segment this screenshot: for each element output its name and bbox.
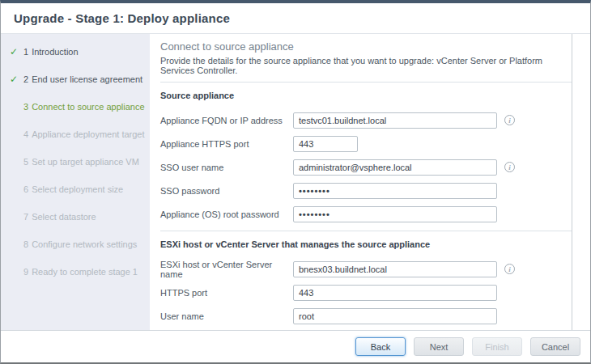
page-description: Provide the details for the source appli… (160, 56, 572, 75)
sidebar-step-datastore: 7 Select datastore (1, 211, 150, 239)
next-button[interactable]: Next (414, 337, 464, 356)
check-icon: ✓ (10, 46, 23, 57)
form-row-appliance-https-port: Appliance HTTPS port (160, 132, 572, 155)
sidebar-step-target-vm: 5 Set up target appliance VM (1, 156, 150, 184)
field-label: ESXi host or vCenter Server name (160, 260, 293, 279)
step-number: 2 (23, 74, 28, 85)
sidebar-step-ready-complete: 9 Ready to complete stage 1 (1, 266, 150, 294)
field-label: SSO password (160, 186, 293, 196)
appliance-fqdn-input[interactable] (293, 112, 497, 129)
section-title-esxi-host: ESXi host or vCenter Server that manages… (160, 239, 572, 249)
step-label: Ready to complete stage 1 (32, 266, 138, 277)
form-row-esxi-name: ESXi host or vCenter Server name i (160, 257, 572, 281)
finish-button: Finish (472, 337, 522, 356)
field-label: Appliance FQDN or IP address (160, 116, 293, 125)
esxi-username-input[interactable] (293, 308, 497, 324)
right-gutter (572, 34, 590, 330)
wizard-content: Connect to source appliance Provide the … (150, 34, 572, 330)
info-icon[interactable]: i (504, 162, 515, 172)
step-label: Introduction (32, 46, 78, 57)
field-label: Appliance HTTPS port (160, 139, 293, 149)
wizard-steps-sidebar: ✓ 1 Introduction ✓ 2 End user license ag… (1, 34, 150, 330)
field-label: SSO user name (160, 163, 293, 172)
info-icon[interactable]: i (504, 115, 515, 125)
step-number: 8 (23, 239, 28, 250)
step-number: 7 (23, 211, 28, 222)
esxi-https-port-input[interactable] (293, 285, 497, 301)
appliance-root-password-input[interactable] (293, 206, 497, 222)
step-label: Appliance deployment target (32, 129, 144, 140)
sidebar-step-connect-source[interactable]: 3 Connect to source appliance (1, 101, 150, 129)
section-title-source-appliance: Source appliance (160, 91, 572, 100)
sidebar-step-introduction[interactable]: ✓ 1 Introduction (1, 46, 150, 74)
form-row-sso-user: SSO user name i (160, 155, 572, 179)
sso-password-input[interactable] (293, 183, 497, 199)
form-row-esxi-username: User name (160, 304, 572, 328)
page-title: Connect to source appliance (160, 40, 572, 53)
appliance-https-port-input[interactable] (293, 136, 358, 152)
title-bar: Upgrade - Stage 1: Deploy appliance (1, 3, 590, 34)
step-label: Configure network settings (32, 239, 137, 250)
field-label: HTTPS port (160, 288, 293, 298)
cancel-button[interactable]: Cancel (530, 337, 580, 356)
step-label: Connect to source appliance (32, 101, 144, 112)
field-label: Appliance (OS) root password (160, 210, 293, 219)
form-row-fqdn: Appliance FQDN or IP address i (160, 108, 572, 132)
step-label: Select datastore (32, 211, 96, 222)
step-label: Select deployment size (32, 184, 123, 195)
sidebar-step-deployment-target: 4 Appliance deployment target (1, 129, 150, 156)
window-title: Upgrade - Stage 1: Deploy appliance (14, 11, 230, 25)
esxi-server-name-input[interactable] (293, 261, 497, 277)
back-button[interactable]: Back (355, 337, 406, 356)
step-number: 5 (23, 156, 28, 167)
step-label: End user license agreement (32, 74, 142, 85)
wizard-footer: Back Next Finish Cancel (1, 330, 590, 362)
wizard-window: Upgrade - Stage 1: Deploy appliance ✓ 1 … (0, 0, 591, 364)
step-number: 1 (23, 46, 28, 57)
step-number: 6 (23, 184, 28, 195)
sidebar-step-eula[interactable]: ✓ 2 End user license agreement (1, 74, 150, 101)
info-icon[interactable]: i (504, 264, 515, 274)
sso-username-input[interactable] (293, 159, 497, 176)
step-number: 4 (23, 129, 28, 140)
form-row-sso-password: SSO password (160, 179, 572, 202)
field-label: User name (160, 311, 293, 321)
sidebar-step-network-settings: 8 Configure network settings (1, 239, 150, 266)
section-divider (160, 231, 572, 231)
section-divider (160, 82, 572, 83)
form-row-os-root-password: Appliance (OS) root password (160, 202, 572, 226)
step-number: 9 (23, 266, 28, 277)
step-label: Set up target appliance VM (32, 156, 139, 167)
form-row-esxi-https-port: HTTPS port (160, 281, 572, 304)
sidebar-step-deployment-size: 6 Select deployment size (1, 184, 150, 211)
step-number: 3 (23, 101, 28, 112)
check-icon: ✓ (10, 74, 23, 85)
